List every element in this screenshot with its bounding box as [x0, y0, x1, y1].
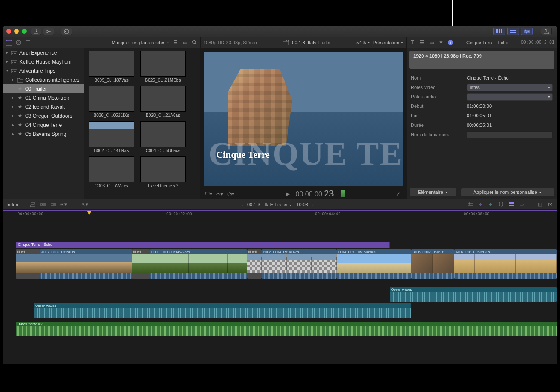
- clip-thumbnail[interactable]: [140, 51, 186, 77]
- filter-dropdown[interactable]: Masquer les plans rejetés ◇: [112, 40, 169, 45]
- sidebar-item[interactable]: ▶★02 Iceland Kayak: [3, 102, 84, 111]
- zoom-window[interactable]: [22, 29, 27, 34]
- timeline-audio-clip[interactable]: Ocean waves: [34, 303, 411, 318]
- info-inspector-icon[interactable]: i: [447, 39, 454, 46]
- index-button[interactable]: Index: [6, 202, 18, 207]
- retime-tool-icon[interactable]: ✂▾: [216, 190, 223, 197]
- sidebar-item[interactable]: ▶Collections intelligentes: [3, 75, 84, 84]
- snapping-icon[interactable]: [477, 201, 484, 208]
- timeline-video-clip[interactable]: C004_C011_0515U6acs: [337, 249, 411, 279]
- close-window[interactable]: [6, 29, 11, 34]
- transform-tool-icon[interactable]: ⬚▾: [205, 190, 212, 197]
- clip-thumbnail[interactable]: [140, 121, 186, 147]
- browser-clip[interactable]: B009_C…187Vas: [89, 51, 134, 83]
- play-button[interactable]: ▶: [285, 190, 291, 197]
- clip-thumbnail[interactable]: [140, 156, 186, 182]
- filmstrip-view-icon[interactable]: ▭: [181, 39, 188, 46]
- timeline-nav-back[interactable]: ‹: [241, 202, 243, 207]
- transitions-browser-icon[interactable]: ⋈: [547, 201, 554, 208]
- timeline-video-clip[interactable]: C003_C003_0514WZacs: [150, 249, 247, 279]
- text-inspector-icon[interactable]: T: [409, 39, 416, 46]
- timeline-video-clip[interactable]: ▮▮ ▶▮: [247, 249, 262, 279]
- clip-thumbnail[interactable]: [89, 51, 134, 77]
- sidebar-item[interactable]: ▶★03 Oregon Outdoors: [3, 111, 84, 120]
- background-tasks-button[interactable]: [61, 28, 72, 35]
- timeline-video-clip[interactable]: A007_C018_0515BKs: [454, 249, 557, 279]
- sidebar-item[interactable]: ▶★04 Cinque Terre: [3, 120, 84, 129]
- list-view-icon[interactable]: ☰: [172, 39, 179, 46]
- name-value[interactable]: Cinque Terre - Écho: [467, 75, 553, 80]
- insert-clip-icon[interactable]: [40, 201, 46, 208]
- viewer-canvas[interactable]: CINQUE TERRE Cinque Terre: [204, 52, 403, 186]
- sidebar-item[interactable]: ▶Koffee House Mayhem: [3, 57, 84, 66]
- sidebar-item[interactable]: ▶★01 China Moto-trek: [3, 93, 84, 102]
- skimming-icon[interactable]: [467, 201, 474, 208]
- browser-clip[interactable]: Travel theme v.2: [140, 156, 186, 188]
- generator-inspector-icon[interactable]: ▭: [428, 39, 435, 46]
- timeline-video-clip[interactable]: B005_C007_0516D1…: [411, 249, 454, 279]
- timeline-audio-clip[interactable]: Travel theme v.2: [16, 322, 557, 336]
- timeline[interactable]: 00:00:00:0000:00:02:0000:00:04:0000:00:0…: [3, 210, 557, 364]
- browser-clip[interactable]: B002_C…14TNas: [89, 121, 134, 153]
- disclosure-triangle[interactable]: ▶: [12, 78, 15, 82]
- minimize-window[interactable]: [14, 29, 19, 34]
- timeline-nav-forward[interactable]: ›: [312, 202, 314, 207]
- clip-thumbnail[interactable]: [89, 121, 134, 147]
- toggle-inspector-button[interactable]: [521, 28, 533, 35]
- filter-inspector-icon[interactable]: ▼: [438, 39, 444, 46]
- timeline-video-clip[interactable]: A007_C032_0515HTs: [40, 249, 132, 279]
- disclosure-triangle[interactable]: ▶: [12, 132, 15, 136]
- audio-skimming-icon[interactable]: [487, 201, 494, 208]
- keyword-button[interactable]: [43, 28, 54, 35]
- enhance-tool-icon[interactable]: ◔▾: [227, 190, 234, 197]
- connect-clip-icon[interactable]: [29, 201, 36, 208]
- sidebar-item[interactable]: ★00 Trailer: [3, 84, 84, 93]
- timeline-video-clip[interactable]: ▮▮ ▶▮: [16, 249, 40, 279]
- effects-browser-icon[interactable]: ◫: [536, 201, 543, 208]
- browser-clip[interactable]: B025_C…21MEbs: [140, 51, 186, 83]
- timeline-title-clip[interactable]: Cinque Terre - Écho: [16, 242, 390, 248]
- sidebar-item[interactable]: ▶★05 Bavaria Spring: [3, 129, 84, 138]
- solo-icon[interactable]: [498, 201, 505, 208]
- disclosure-triangle[interactable]: ▶: [12, 105, 15, 109]
- library-sidebar-icon[interactable]: [6, 39, 12, 46]
- library-sidebar[interactable]: ▶Audi Experience▶Koffee House Mayhem▼Adv…: [3, 48, 84, 199]
- overwrite-clip-icon[interactable]: ▾: [60, 201, 67, 208]
- toggle-timeline-button[interactable]: [507, 28, 519, 35]
- browser-clip[interactable]: B026_C…0521IXs: [89, 86, 134, 118]
- disclosure-triangle[interactable]: ▶: [6, 60, 9, 64]
- disclosure-triangle[interactable]: ▶: [12, 114, 15, 118]
- metadata-view-dropdown[interactable]: Élémentaire ▼: [409, 188, 456, 196]
- timeline-video-clip[interactable]: B002_C004_0514TNas: [262, 249, 337, 279]
- timecode-display[interactable]: 00:00:00:23: [296, 189, 334, 199]
- sidebar-item[interactable]: ▶Audi Experience: [3, 48, 84, 57]
- apply-custom-name-dropdown[interactable]: Appliquer le nom personnalisé ▼: [461, 188, 554, 196]
- timeline-ruler[interactable]: 00:00:00:0000:00:02:0000:00:04:0000:00:0…: [3, 211, 557, 220]
- browser-clip[interactable]: C003_C…WZacs: [89, 156, 134, 188]
- browser-clip[interactable]: C004_C…5U6acs: [140, 121, 186, 153]
- clip-appearance-icon[interactable]: [508, 201, 515, 208]
- import-button[interactable]: [31, 28, 41, 35]
- disclosure-triangle[interactable]: ▶: [12, 96, 15, 100]
- clip-thumbnail[interactable]: [140, 86, 186, 112]
- zoom-dropdown[interactable]: 54% ▼: [356, 40, 370, 45]
- view-dropdown[interactable]: Présentation ▼: [373, 40, 404, 45]
- append-clip-icon[interactable]: [50, 201, 57, 208]
- toggle-browser-button[interactable]: [493, 28, 505, 35]
- disclosure-triangle[interactable]: ▼: [6, 69, 9, 73]
- sidebar-item[interactable]: ▼Adventure Trips: [3, 66, 84, 75]
- photos-sidebar-icon[interactable]: [15, 39, 22, 46]
- timeline-audio-clip[interactable]: Ocean waves: [390, 287, 557, 302]
- audio-roles-select[interactable]: ▼: [467, 93, 553, 101]
- titles-sidebar-icon[interactable]: [24, 39, 31, 46]
- select-tool-icon[interactable]: ↖▾: [82, 201, 89, 208]
- video-roles-select[interactable]: Titres▼: [467, 84, 553, 91]
- share-button[interactable]: [541, 28, 552, 35]
- clip-browser[interactable]: B009_C…187VasB025_C…21MEbsB026_C…0521IXs…: [84, 48, 201, 199]
- fullscreen-icon[interactable]: ⤢: [395, 190, 402, 197]
- disclosure-triangle[interactable]: ▶: [6, 51, 9, 55]
- clip-thumbnail[interactable]: [89, 86, 134, 112]
- timeline-project-dropdown[interactable]: Italy Trailer ▼: [265, 202, 292, 207]
- timeline-settings-icon[interactable]: ▭: [518, 201, 525, 208]
- timeline-video-clip[interactable]: ▮▮ ▶▮: [132, 249, 150, 279]
